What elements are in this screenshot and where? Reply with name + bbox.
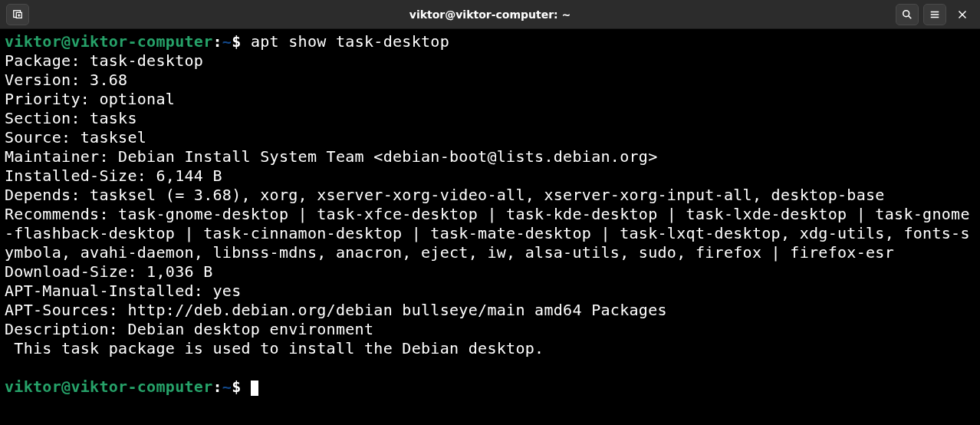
- prompt-path-2: ~: [222, 377, 232, 396]
- titlebar-right-group: [867, 4, 974, 25]
- prompt-path: ~: [222, 32, 232, 51]
- output-apt-sources: APT-Sources: http://deb.debian.org/debia…: [5, 301, 975, 320]
- prompt-line-1: viktor@viktor-computer:~$ apt show task-…: [5, 32, 975, 51]
- output-apt-manual-installed: APT-Manual-Installed: yes: [5, 282, 975, 301]
- output-installed-size: Installed-Size: 6,144 B: [5, 166, 975, 186]
- output-priority: Priority: optional: [5, 90, 975, 109]
- window-close-button[interactable]: [951, 4, 974, 25]
- window-titlebar: viktor@viktor-computer: ~: [0, 0, 980, 29]
- prompt-separator-2: :: [213, 377, 222, 396]
- output-source: Source: tasksel: [5, 128, 975, 147]
- hamburger-menu-button[interactable]: [923, 4, 946, 25]
- terminal-viewport[interactable]: viktor@viktor-computer:~$ apt show task-…: [0, 29, 980, 400]
- output-download-size: Download-Size: 1,036 B: [5, 262, 975, 282]
- output-section: Section: tasks: [5, 109, 975, 128]
- prompt-symbol: $: [232, 32, 241, 51]
- prompt-user-host: viktor@viktor-computer: [5, 32, 213, 51]
- output-description-long: This task package is used to install the…: [5, 339, 975, 358]
- new-tab-button[interactable]: [6, 4, 29, 25]
- search-button[interactable]: [896, 4, 919, 25]
- prompt-line-2: viktor@viktor-computer:~$: [5, 377, 975, 397]
- prompt-symbol-2: $: [232, 377, 241, 396]
- output-package: Package: task-desktop: [5, 51, 975, 71]
- command-text: apt show task-desktop: [242, 32, 450, 51]
- output-maintainer: Maintainer: Debian Install System Team <…: [5, 147, 975, 166]
- output-version: Version: 3.68: [5, 71, 975, 90]
- prompt-user-host-2: viktor@viktor-computer: [5, 377, 213, 396]
- svg-point-4: [903, 10, 909, 16]
- prompt-separator: :: [213, 32, 222, 51]
- window-title: viktor@viktor-computer: ~: [113, 8, 867, 21]
- close-icon: [958, 10, 967, 19]
- hamburger-icon: [929, 9, 940, 20]
- search-icon: [902, 9, 913, 20]
- titlebar-left-group: [6, 4, 113, 25]
- output-depends: Depends: tasksel (= 3.68), xorg, xserver…: [5, 186, 975, 205]
- new-tab-icon: [12, 9, 23, 20]
- terminal-cursor: [251, 381, 258, 396]
- svg-line-5: [909, 15, 912, 18]
- output-description: Description: Debian desktop environment: [5, 320, 975, 339]
- output-blank-line: [5, 358, 975, 377]
- output-recommends: Recommends: task-gnome-desktop | task-xf…: [5, 205, 975, 262]
